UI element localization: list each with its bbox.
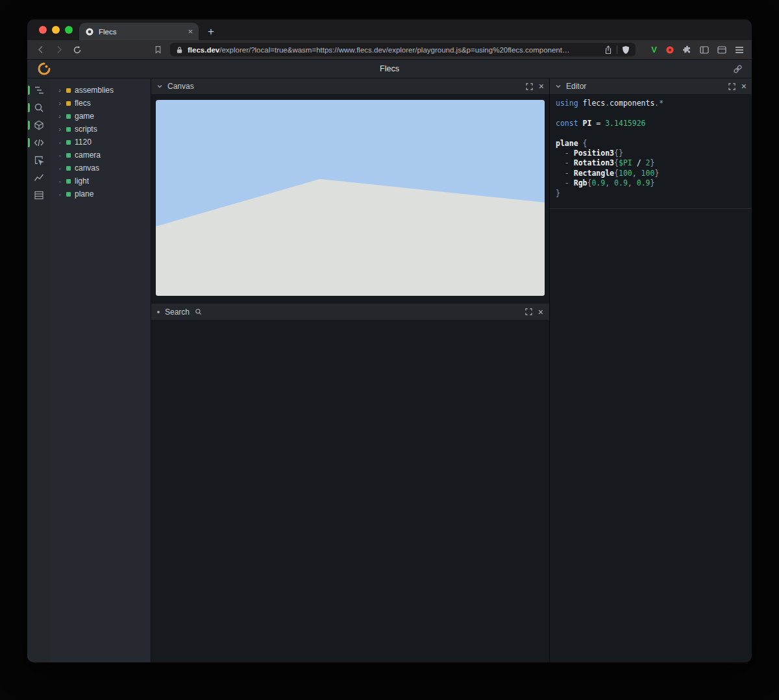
entity-color-square: [66, 88, 71, 93]
entity-label: camera: [75, 151, 101, 160]
address-bar[interactable]: flecs.dev/explorer/?local=true&wasm=http…: [170, 43, 636, 56]
table-rows-icon: [34, 190, 44, 200]
tab-bar: Flecs × +: [27, 19, 752, 40]
tree-item-flecs[interactable]: ›flecs: [57, 97, 148, 110]
shield-button[interactable]: [622, 45, 630, 54]
entity-color-square: [66, 153, 71, 158]
sidebar-toggle-button[interactable]: [700, 46, 709, 54]
canvas-panel-title: Canvas: [167, 82, 194, 91]
tree-item-scripts[interactable]: ›scripts: [57, 123, 148, 136]
rail-inspect-button[interactable]: [27, 155, 51, 165]
share-button[interactable]: [604, 45, 612, 54]
shield-icon: [622, 45, 630, 54]
share-link-button[interactable]: [733, 64, 743, 74]
expand-arrow-icon[interactable]: ›: [57, 100, 62, 107]
browser-window: Flecs × + flecs.dev/explorer/?loca: [27, 19, 752, 662]
extension-v-button[interactable]: V: [651, 45, 657, 54]
back-icon: [37, 45, 45, 54]
box-icon: [34, 120, 44, 130]
chevron-down-icon[interactable]: [156, 83, 163, 90]
code-line[interactable]: - Rgb{0.9, 0.9, 0.9}: [556, 178, 746, 188]
code-line[interactable]: plane {: [556, 139, 746, 149]
zoom-window-button[interactable]: [65, 26, 73, 34]
canvas-panel-header: Canvas ×: [151, 78, 549, 94]
tree-item-camera[interactable]: -camera: [57, 149, 148, 162]
tree-item-light[interactable]: -light: [57, 175, 148, 187]
code-editor[interactable]: using flecs.components.* const PI = 3.14…: [550, 94, 752, 209]
magnifier-icon: [195, 308, 202, 315]
center-column: Canvas × Search: [151, 78, 550, 662]
code-line[interactable]: const PI = 3.1415926: [556, 119, 746, 128]
code-line[interactable]: using flecs.components.*: [556, 99, 746, 108]
editor-panel-header: Editor ×: [550, 78, 752, 94]
browser-tab-flecs[interactable]: Flecs ×: [79, 23, 199, 40]
sidebar-panel-icon: [700, 46, 709, 54]
rail-search-button[interactable]: [27, 103, 51, 113]
new-tab-button[interactable]: +: [208, 26, 214, 37]
collapsed-dot-icon[interactable]: [157, 311, 160, 313]
lock-icon: [176, 46, 183, 54]
canvas-3d-viewport[interactable]: [156, 100, 545, 296]
card-icon: [717, 46, 726, 54]
rail-table-button[interactable]: [27, 190, 51, 200]
expand-arrow-icon[interactable]: ›: [57, 113, 62, 120]
expand-arrow-icon[interactable]: ›: [57, 126, 62, 133]
code-line[interactable]: [556, 128, 746, 138]
expand-icon[interactable]: [526, 83, 533, 90]
menu-button[interactable]: [735, 46, 744, 54]
entity-color-square: [66, 166, 71, 171]
tree-item-game[interactable]: ›game: [57, 110, 148, 123]
reload-button[interactable]: [71, 44, 83, 56]
code-line[interactable]: [556, 108, 746, 118]
tree-item-assemblies[interactable]: ›assemblies: [57, 84, 148, 97]
expand-icon[interactable]: [728, 83, 736, 90]
link-icon: [733, 64, 743, 74]
forward-icon: [55, 45, 63, 54]
tree-item-plane[interactable]: -plane: [57, 187, 148, 200]
inspect-icon: [34, 155, 44, 165]
wallet-button[interactable]: [717, 46, 726, 54]
search-panel-actions: ×: [525, 308, 543, 317]
hamburger-icon: [735, 46, 744, 54]
expand-arrow-icon[interactable]: ›: [57, 87, 62, 94]
editor-panel-title: Editor: [566, 82, 586, 91]
extension-record-button[interactable]: [665, 45, 674, 54]
back-button[interactable]: [35, 44, 47, 56]
close-icon[interactable]: ×: [741, 82, 747, 91]
tab-favicon: [85, 27, 94, 36]
tab-close-icon[interactable]: ×: [188, 27, 193, 36]
entity-tree: ›assemblies›flecs›game›scripts-1120-came…: [51, 78, 151, 662]
entity-color-square: [66, 114, 71, 119]
tree-item-1120[interactable]: -1120: [57, 136, 148, 149]
tree-icon: [34, 85, 44, 95]
extensions-button[interactable]: [683, 45, 691, 54]
reload-icon: [73, 45, 82, 54]
puzzle-icon: [683, 45, 691, 54]
code-line[interactable]: - Rotation3{$PI / 2}: [556, 158, 746, 168]
app-titlebar: Flecs: [27, 60, 752, 78]
expand-icon[interactable]: [525, 308, 532, 315]
url-text[interactable]: flecs.dev/explorer/?local=true&wasm=http…: [188, 46, 600, 54]
chevron-down-icon[interactable]: [555, 83, 562, 90]
rail-entities-button[interactable]: [27, 120, 51, 130]
app-title: Flecs: [27, 64, 752, 73]
forward-button[interactable]: [53, 44, 65, 56]
rail-tree-button[interactable]: [27, 85, 51, 95]
rail-active-indicator: [28, 103, 30, 112]
bookmark-sidebar-button[interactable]: [152, 44, 164, 56]
rail-code-button[interactable]: [27, 138, 51, 148]
rail-stats-button[interactable]: [27, 173, 51, 183]
code-line[interactable]: - Rectangle{100, 100}: [556, 169, 746, 178]
close-window-button[interactable]: [39, 26, 47, 34]
tree-item-canvas[interactable]: -canvas: [57, 162, 148, 175]
record-icon: [665, 45, 674, 54]
entity-color-square: [66, 101, 71, 106]
search-panel-header: Search ×: [151, 304, 549, 320]
code-line[interactable]: }: [556, 189, 746, 199]
code-line[interactable]: - Position3{}: [556, 149, 746, 158]
minimize-window-button[interactable]: [52, 26, 60, 34]
editor-panel-actions: ×: [728, 82, 747, 91]
close-icon[interactable]: ×: [538, 308, 543, 317]
entity-color-square: [66, 179, 71, 184]
close-icon[interactable]: ×: [539, 82, 544, 91]
